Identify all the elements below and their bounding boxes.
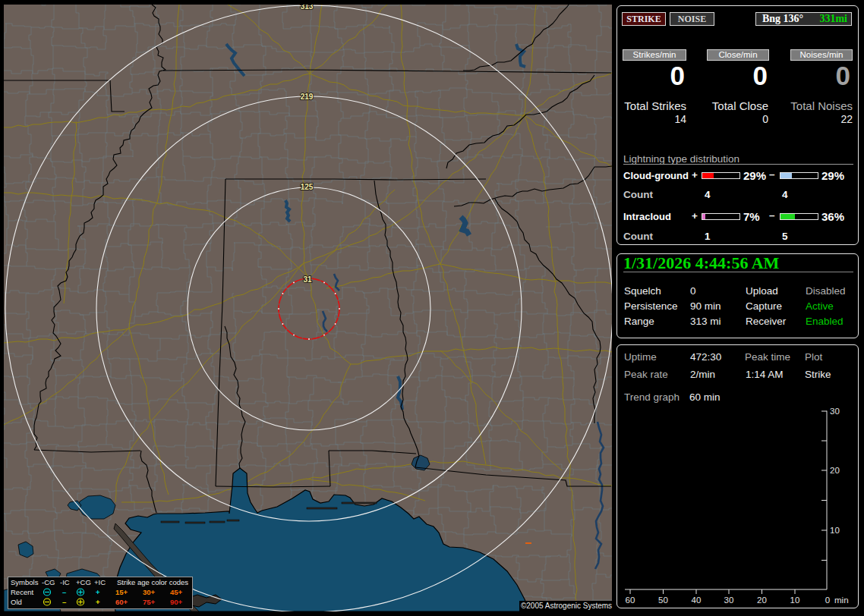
svg-text:30: 30 [724, 596, 734, 605]
svg-text:-IC: -IC [60, 578, 70, 586]
svg-text:10: 10 [790, 596, 800, 605]
svg-text:90+: 90+ [170, 598, 183, 606]
svg-text:20: 20 [830, 466, 840, 475]
svg-text:75+: 75+ [143, 598, 156, 606]
svg-text:Symbols: Symbols [11, 578, 39, 586]
svg-text:50: 50 [658, 596, 668, 605]
svg-text:Old: Old [11, 598, 22, 606]
svg-text:15+: 15+ [115, 588, 128, 596]
svg-text:30: 30 [830, 407, 840, 416]
svg-text:125: 125 [301, 183, 314, 191]
svg-text:20: 20 [757, 596, 767, 605]
svg-text:31: 31 [303, 275, 312, 284]
svg-text:+IC: +IC [94, 578, 106, 586]
svg-text:60: 60 [626, 596, 635, 605]
svg-text:10: 10 [830, 526, 840, 535]
svg-text:45+: 45+ [170, 588, 183, 596]
svg-text:+CG: +CG [76, 578, 91, 586]
svg-text:0: 0 [825, 596, 830, 605]
svg-text:Strike age color codes: Strike age color codes [117, 578, 188, 586]
svg-text:313: 313 [301, 2, 314, 11]
svg-text:30+: 30+ [143, 588, 156, 596]
svg-text:219: 219 [301, 93, 314, 101]
svg-text:+: + [96, 598, 100, 606]
svg-text:min: min [834, 596, 849, 605]
svg-text:40: 40 [692, 596, 702, 605]
svg-text:–: – [62, 598, 66, 606]
svg-text:Recent: Recent [11, 588, 33, 596]
svg-text:–: – [62, 588, 66, 596]
svg-text:+: + [96, 588, 100, 596]
svg-text:-CG: -CG [42, 578, 55, 586]
svg-text:60+: 60+ [115, 598, 128, 606]
